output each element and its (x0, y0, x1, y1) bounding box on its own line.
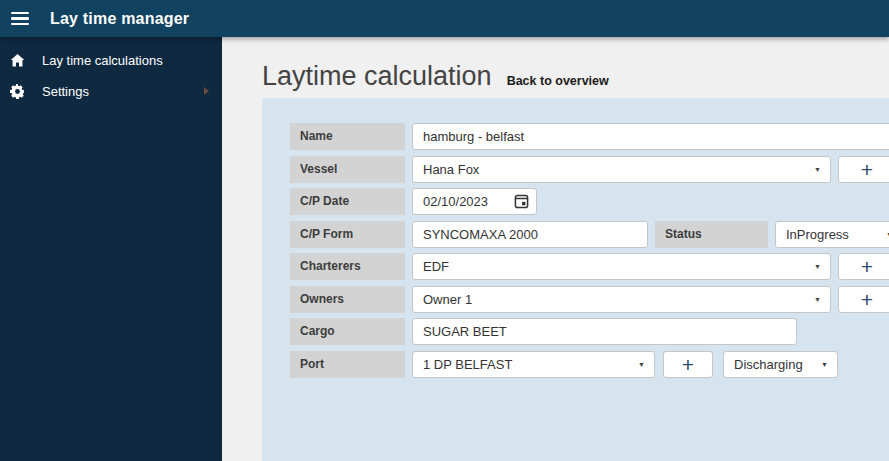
cargo-input[interactable] (412, 318, 797, 345)
charterers-label: Charterers (290, 253, 405, 280)
cp-date-input[interactable] (413, 189, 505, 214)
sidebar: Lay time calculations Settings (0, 37, 222, 461)
name-label: Name (290, 123, 405, 150)
chevron-down-icon: ▼ (814, 287, 821, 312)
form-row-cp-date: C/P Date (262, 188, 889, 215)
vessel-dropdown[interactable]: Hana Fox ▼ (412, 156, 831, 183)
back-to-overview-link[interactable]: Back to overview (507, 74, 609, 88)
vessel-label: Vessel (290, 156, 405, 183)
hamburger-menu-icon[interactable] (11, 9, 29, 29)
owners-label: Owners (290, 286, 405, 313)
chevron-right-icon (204, 87, 209, 95)
sidebar-item-label: Lay time calculations (42, 53, 163, 68)
name-input[interactable] (412, 123, 889, 150)
port-operation-value: Discharging (734, 357, 803, 372)
app-title: Lay time manager (50, 10, 189, 28)
form-row-port: Port 1 DP BELFAST ▼ + Discharging ▼ (262, 351, 889, 378)
cp-form-label: C/P Form (290, 221, 405, 248)
form-row-vessel: Vessel Hana Fox ▼ + (262, 156, 889, 183)
add-owner-button[interactable]: + (838, 286, 889, 313)
page-header: Laytime calculation Back to overview (262, 61, 609, 92)
status-label: Status (655, 221, 768, 248)
port-operation-dropdown[interactable]: Discharging ▼ (723, 351, 838, 378)
sidebar-item-settings[interactable]: Settings (0, 76, 222, 107)
port-dropdown[interactable]: 1 DP BELFAST ▼ (412, 351, 655, 378)
gear-icon (9, 84, 25, 100)
owners-dropdown[interactable]: Owner 1 ▼ (412, 286, 831, 313)
chevron-down-icon: ▼ (814, 254, 821, 279)
status-dropdown[interactable]: InProgress ▼ (775, 221, 889, 248)
chevron-down-icon: ▼ (638, 352, 645, 377)
sidebar-item-laytime-calculations[interactable]: Lay time calculations (0, 45, 222, 76)
add-charterer-button[interactable]: + (838, 253, 889, 280)
home-icon (9, 53, 25, 69)
chevron-down-icon: ▼ (814, 157, 821, 182)
calendar-icon[interactable] (514, 194, 529, 212)
vessel-value: Hana Fox (423, 162, 479, 177)
chevron-down-icon: ▼ (821, 352, 828, 377)
topbar: Lay time manager (0, 0, 889, 37)
form-row-name: Name (262, 123, 889, 150)
form-row-charterers: Charterers EDF ▼ + (262, 253, 889, 280)
port-value: 1 DP BELFAST (423, 357, 512, 372)
add-port-button[interactable]: + (663, 351, 713, 378)
form-row-cargo: Cargo (262, 318, 889, 345)
status-value: InProgress (786, 227, 849, 242)
page-title: Laytime calculation (262, 61, 492, 92)
cp-form-input[interactable] (412, 221, 648, 248)
cp-date-field (412, 188, 537, 215)
sidebar-item-label: Settings (42, 84, 89, 99)
port-label: Port (290, 351, 405, 378)
charterers-dropdown[interactable]: EDF ▼ (412, 253, 831, 280)
add-vessel-button[interactable]: + (838, 156, 889, 183)
form-row-owners: Owners Owner 1 ▼ + (262, 286, 889, 313)
laytime-form-panel: Name Vessel Hana Fox ▼ + C/P Date (262, 98, 889, 461)
form-row-cp-form: C/P Form Status InProgress ▼ (262, 221, 889, 248)
main-content: Laytime calculation Back to overview Nam… (222, 37, 889, 461)
cp-date-label: C/P Date (290, 188, 405, 215)
cargo-label: Cargo (290, 318, 405, 345)
charterers-value: EDF (423, 259, 449, 274)
owners-value: Owner 1 (423, 292, 472, 307)
